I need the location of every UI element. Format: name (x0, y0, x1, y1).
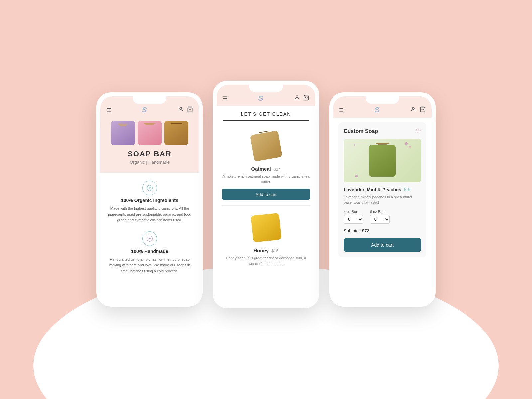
svg-point-3 (147, 236, 153, 241)
cart-icon-3[interactable] (420, 106, 426, 114)
product-honey: Honey $16 Honey soap, it is great for dr… (222, 206, 310, 276)
feature-handmade-title: 100% Handmade (131, 249, 168, 254)
logo-3: S (375, 106, 380, 114)
size-6oz-select[interactable]: 0 1 2 3 4 5 6 (370, 215, 390, 224)
custom-add-to-cart-button[interactable]: Add to cart (344, 238, 421, 252)
honey-name-price: Honey $16 (253, 248, 279, 253)
phone-home-inner: ☰ S (100, 96, 199, 303)
feature-organic: 100% Organic Ingredients Made with the h… (107, 181, 192, 223)
custom-soap-card: Custom Soap ♡ (338, 122, 426, 257)
oatmeal-price: $14 (274, 167, 281, 172)
soap-brown-img (164, 121, 188, 145)
oatmeal-add-to-cart-button[interactable]: Add to cart (222, 189, 310, 200)
flavor-desc: Lavender, mint & peaches in a shea butte… (344, 194, 421, 205)
nav-icons-1 (178, 106, 193, 114)
user-icon-1[interactable] (178, 106, 184, 114)
heart-icon[interactable]: ♡ (416, 128, 421, 135)
honey-desc: Honey soap, it is great for dry or damag… (222, 255, 310, 266)
phones-container: ☰ S (96, 71, 436, 328)
menu-icon-1[interactable]: ☰ (106, 107, 111, 113)
subtotal-label: Subtotal: (344, 228, 361, 233)
subtotal-row: Subtotal: $72 (344, 228, 421, 233)
size-6oz: 6 oz Bar 0 1 2 3 4 5 6 (370, 210, 390, 224)
size-6oz-label: 6 oz Bar (370, 210, 390, 214)
svg-point-0 (180, 107, 182, 109)
oatmeal-soap-img (249, 129, 283, 163)
phone-notch-1 (133, 96, 166, 104)
phone1-body: 100% Organic Ingredients Made with the h… (100, 173, 199, 290)
phone-notch-2 (249, 85, 283, 92)
organic-icon (142, 181, 157, 195)
svg-point-6 (296, 96, 298, 98)
flavor-name: Lavender, Mint & Peaches (344, 187, 401, 192)
soap-lavender-img (111, 121, 135, 145)
size-4oz-label: 4 oz Bar (344, 210, 363, 214)
phone-notch-3 (366, 96, 399, 104)
card-title-row: Custom Soap ♡ (344, 128, 421, 135)
honey-price: $16 (271, 248, 279, 253)
honey-name: Honey (253, 248, 269, 253)
flavor-row: Lavender, Mint & Peaches Edit (344, 187, 421, 192)
phone-products-inner: ☰ S LET'S GET CLEAN (217, 85, 315, 304)
svg-point-5 (150, 238, 151, 238)
menu-icon-3[interactable]: ☰ (339, 107, 344, 113)
nav-icons-3 (410, 106, 426, 114)
user-icon-2[interactable] (294, 95, 300, 102)
feature-handmade: 100% Handmade Handcrafted using an old f… (107, 231, 192, 274)
menu-icon-2[interactable]: ☰ (223, 95, 227, 102)
oatmeal-name: Oatmeal (251, 166, 271, 172)
logo-1: S (142, 106, 147, 114)
soap-pink-img (138, 121, 162, 145)
logo-2: S (258, 94, 263, 103)
feature-organic-title: 100% Organic Ingredients (121, 198, 178, 203)
section-title: LET'S GET CLEAN (223, 106, 309, 121)
phone-custom: ☰ S Custom Soap ♡ (329, 92, 436, 307)
card-title: Custom Soap (344, 128, 378, 134)
oatmeal-desc: A moisture rich oatmeal soap made with o… (222, 174, 310, 185)
feature-organic-desc: Made with the highest quality organic oi… (107, 206, 192, 223)
cart-icon-1[interactable] (187, 106, 193, 114)
cart-icon-2[interactable] (303, 95, 309, 102)
custom-soap-image (344, 139, 421, 182)
size-4oz: 4 oz Bar 6 0 1 2 3 4 5 (344, 210, 363, 224)
phone-home: ☰ S (96, 92, 203, 307)
phone1-header: SOAP BAR Organic | Handmade (100, 118, 199, 173)
phone-custom-inner: ☰ S Custom Soap ♡ (333, 96, 432, 303)
oatmeal-name-price: Oatmeal $14 (251, 166, 281, 172)
size-4oz-select[interactable]: 6 0 1 2 3 4 5 (344, 215, 363, 224)
svg-point-8 (412, 107, 414, 109)
honey-soap-img (249, 211, 283, 244)
svg-point-4 (149, 238, 149, 238)
phone2-body: Oatmeal $14 A moisture rich oatmeal soap… (217, 121, 315, 279)
handmade-icon (142, 231, 157, 246)
nav-icons-2 (294, 95, 309, 102)
phone-products: ☰ S LET'S GET CLEAN (213, 81, 319, 308)
edit-link[interactable]: Edit (404, 187, 411, 192)
soap-bar-title: SOAP BAR (128, 150, 172, 158)
subtotal-amount: $72 (362, 228, 369, 233)
soap-images (111, 121, 188, 145)
user-icon-3[interactable] (410, 106, 416, 114)
phone3-body: Custom Soap ♡ (333, 118, 432, 262)
size-options: 4 oz Bar 6 0 1 2 3 4 5 (344, 210, 421, 224)
feature-handmade-desc: Handcrafted using an old fashion method … (107, 257, 192, 274)
product-oatmeal: Oatmeal $14 A moisture rich oatmeal soap… (222, 124, 310, 206)
soap-bar-subtitle: Organic | Handmade (130, 160, 170, 165)
